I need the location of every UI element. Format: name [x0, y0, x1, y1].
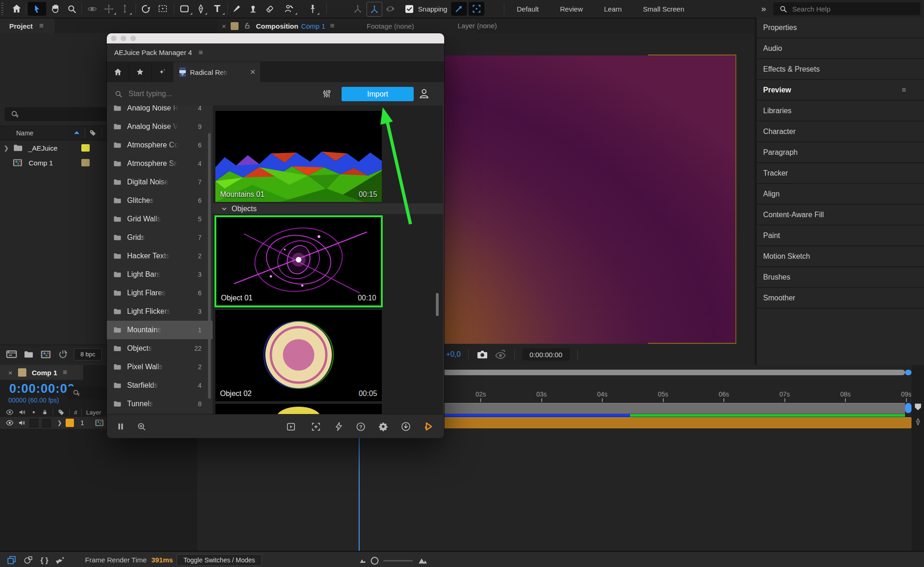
- panel-menu-icon[interactable]: ≡: [39, 22, 43, 30]
- layer-audio-icon[interactable]: [18, 419, 26, 427]
- comp-tab-menu-icon[interactable]: ≡: [330, 22, 334, 30]
- live-update-icon[interactable]: [6, 555, 17, 565]
- lock-cell[interactable]: [42, 419, 51, 427]
- layer-tab[interactable]: Layer (none): [458, 22, 497, 30]
- toggle-switches-modes-button[interactable]: Toggle Switches / Modes: [177, 554, 262, 566]
- mac-titlebar[interactable]: [107, 33, 444, 43]
- shape-tool[interactable]: [176, 2, 193, 16]
- puppet-pin-tool[interactable]: [305, 2, 320, 16]
- timeline-zoom-slider[interactable]: [359, 555, 428, 566]
- snap-to-layer-bounds-button[interactable]: [469, 2, 484, 16]
- sidebar-panel-tab[interactable]: Paint ≡: [757, 226, 924, 246]
- category-item[interactable]: Grid Walls 5: [107, 210, 213, 228]
- panel-menu-icon[interactable]: ≡: [902, 86, 906, 94]
- clone-stamp-tool[interactable]: [245, 2, 261, 16]
- sidebar-panel-tab[interactable]: Audio ≡: [757, 38, 924, 59]
- import-button[interactable]: Import: [342, 87, 414, 101]
- sidebar-panel-tab[interactable]: Character ≡: [757, 122, 924, 142]
- close-tab-icon[interactable]: ×: [222, 22, 226, 30]
- project-search-input[interactable]: [21, 110, 106, 118]
- rotation-tool[interactable]: [138, 2, 153, 16]
- roto-brush-tool[interactable]: [281, 2, 298, 16]
- ai-tab-button[interactable]: [151, 62, 174, 82]
- mac-close-button[interactable]: [111, 36, 116, 41]
- category-item[interactable]: Atmosphere Co 6: [107, 136, 213, 154]
- sidebar-panel-tab[interactable]: Motion Sketch ≡: [757, 246, 924, 267]
- sidebar-panel-tab[interactable]: Paragraph ≡: [757, 142, 924, 163]
- pause-previews-button[interactable]: [115, 421, 127, 433]
- zoom-out-mountain-icon[interactable]: [359, 557, 366, 564]
- type-tool[interactable]: T: [209, 2, 225, 16]
- workspace-overflow-button[interactable]: »: [755, 2, 772, 16]
- expressions-icon[interactable]: [39, 555, 50, 566]
- comp-timecode-field[interactable]: 0:00:00:00: [522, 348, 570, 360]
- close-pack-tab-icon[interactable]: ✕: [250, 68, 256, 76]
- layer-column-header[interactable]: Layer: [86, 409, 101, 416]
- comp-marker-icon[interactable]: [913, 402, 923, 412]
- category-item[interactable]: Pixel Walls 2: [107, 358, 213, 376]
- preview-object-01-selected[interactable]: Object 01 00:10: [214, 215, 383, 307]
- category-item[interactable]: Tunnels 8: [107, 395, 213, 413]
- category-item[interactable]: Starfields 4: [107, 376, 213, 395]
- view-axis-mode[interactable]: [383, 2, 398, 16]
- mac-minimize-button[interactable]: [121, 36, 126, 41]
- sidebar-panel-tab[interactable]: Content-Aware Fill ≡: [757, 205, 924, 226]
- sort-ascending-icon[interactable]: [73, 129, 81, 137]
- search-help-input[interactable]: [791, 5, 909, 13]
- brush-tool[interactable]: [230, 2, 244, 16]
- work-area-end-handle[interactable]: [905, 403, 912, 413]
- filter-icon[interactable]: [321, 88, 332, 99]
- workspace-tab[interactable]: Learn: [604, 5, 622, 13]
- settings-gear-button[interactable]: [377, 421, 389, 433]
- label-color-chip-tan[interactable]: [81, 159, 90, 166]
- label-color-chip-yellow[interactable]: [81, 144, 90, 152]
- home-button[interactable]: [8, 2, 25, 16]
- sidebar-panel-tab[interactable]: Align ≡: [757, 184, 924, 205]
- preview-object-03-partial[interactable]: [215, 404, 382, 414]
- pan-camera-tool[interactable]: [101, 2, 116, 16]
- solo-cell[interactable]: [30, 419, 38, 427]
- mac-zoom-button[interactable]: [130, 36, 136, 41]
- preview-scrollbar[interactable]: [436, 293, 439, 316]
- aejuice-menu-icon[interactable]: ≡: [198, 49, 202, 57]
- category-item[interactable]: Analog Noise V 9: [107, 117, 213, 136]
- solo-column-icon[interactable]: [31, 409, 37, 415]
- panel-menu-icon[interactable]: ≡: [63, 368, 67, 377]
- category-item[interactable]: Glitches 6: [107, 191, 213, 210]
- objects-section-header[interactable]: Objects: [213, 203, 443, 214]
- graph-editor-icon[interactable]: [914, 418, 922, 426]
- timeline-timecode[interactable]: 0:00:00:00: [9, 382, 75, 396]
- workspace-tab[interactable]: Small Screen: [643, 5, 684, 13]
- sidebar-panel-tab[interactable]: Preview ≡: [757, 80, 924, 101]
- toolbar-grip[interactable]: [1, 3, 3, 15]
- category-item[interactable]: Hacker Texts 2: [107, 247, 213, 265]
- aejuice-logo-icon[interactable]: [422, 421, 434, 433]
- bit-depth-button[interactable]: 8 bpc: [74, 348, 102, 360]
- sidebar-panel-tab[interactable]: Brushes ≡: [757, 267, 924, 288]
- preview-mountains-01[interactable]: Mountains 01 00:15: [215, 111, 382, 202]
- current-time-indicator[interactable]: [359, 438, 360, 551]
- category-item[interactable]: Grids 7: [107, 228, 213, 247]
- category-item[interactable]: Digital Noise 7: [107, 173, 213, 191]
- pen-tool[interactable]: [194, 2, 208, 16]
- account-icon[interactable]: [418, 87, 430, 100]
- layer-visibility-icon[interactable]: [6, 419, 14, 427]
- label-column-icon[interactable]: [57, 408, 65, 416]
- preview-player-button[interactable]: [285, 421, 297, 433]
- fit-view-button[interactable]: [310, 421, 322, 433]
- motion-blur-icon[interactable]: [55, 555, 66, 566]
- category-item[interactable]: Light Flickers 3: [107, 302, 213, 321]
- category-item[interactable]: Objects 22: [107, 339, 213, 358]
- sidebar-panel-tab[interactable]: Smoother ≡: [757, 288, 924, 309]
- category-scrollbar[interactable]: [208, 133, 211, 399]
- layer-expand-icon[interactable]: ❯: [57, 420, 62, 426]
- label-column-icon[interactable]: [89, 129, 97, 137]
- zoom-slider-track[interactable]: [383, 560, 413, 561]
- eye-column-icon[interactable]: [6, 408, 14, 416]
- sidebar-panel-tab[interactable]: Effects & Presets ≡: [757, 59, 924, 80]
- new-folder-icon[interactable]: [23, 349, 34, 360]
- sidebar-panel-tab[interactable]: Properties ≡: [757, 18, 924, 38]
- category-item[interactable]: Mountains 1: [107, 321, 213, 339]
- close-tab-icon[interactable]: ×: [8, 369, 12, 377]
- snapshot-camera-icon[interactable]: [476, 348, 489, 361]
